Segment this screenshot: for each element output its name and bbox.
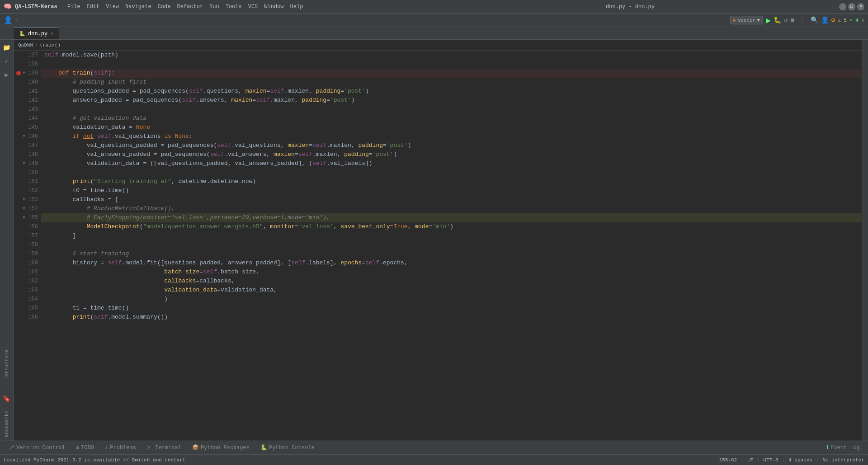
content-139: def train(self): — [41, 69, 862, 78]
menu-vcs[interactable]: VCS — [245, 3, 261, 11]
menu-run[interactable]: Run — [207, 3, 222, 11]
line-163: 163 validation_data=validation_data, — [14, 286, 862, 295]
gutter-161: 161 — [14, 268, 41, 277]
structure-tab[interactable]: Structure — [2, 346, 11, 380]
menu-refactor[interactable]: Refactor — [174, 3, 206, 11]
content-161: batch_size=self.batch_size, — [41, 268, 862, 277]
menu-navigate[interactable]: Navigate — [123, 3, 154, 11]
menu-tools[interactable]: Tools — [223, 3, 245, 11]
status-interpreter[interactable]: No interpreter — [823, 457, 864, 463]
content-149: validation_data = ([val_questions_padded… — [41, 159, 862, 168]
line-151: 151 print("Starting training at", dateti… — [14, 177, 862, 186]
gutter-157: 157 — [14, 231, 41, 240]
sidebar-project-icon[interactable]: 📁 — [1, 42, 13, 53]
titlebar: 🧠 QA-LSTM-Keras File Edit View Navigate … — [0, 0, 868, 14]
menu-view[interactable]: View — [103, 3, 122, 11]
gutter-159: 159 — [14, 249, 41, 258]
gutter-152: 152 — [14, 186, 41, 195]
content-150 — [41, 168, 862, 177]
stop-button[interactable]: ■ — [790, 17, 794, 24]
menu-help[interactable]: Help — [288, 3, 306, 11]
event-log-label: Event Log — [830, 445, 860, 451]
breadcrumb-class: QaDNN — [18, 42, 33, 48]
gutter-144: 144 — [14, 114, 41, 123]
breakpoint-139[interactable] — [16, 71, 21, 75]
gutter-149: ▼ 149 — [14, 159, 41, 168]
tab-file-icon: 🐍 — [19, 31, 25, 37]
event-log-tab[interactable]: ℹ Event Log — [822, 442, 864, 453]
line-158: 158 — [14, 240, 862, 249]
content-151: print("Starting training at", datetime.d… — [41, 177, 862, 186]
fold-146[interactable]: ▼ — [23, 132, 25, 141]
gutter-165: 165 — [14, 304, 41, 313]
line-150: 150 — [14, 168, 862, 177]
fold-154[interactable]: ▼ — [23, 204, 25, 213]
bookmarks-tab[interactable]: Bookmarks — [2, 407, 11, 441]
line-161: 161 batch_size=self.batch_size, — [14, 268, 862, 277]
fold-153[interactable]: ▼ — [23, 195, 25, 204]
tab-close-button[interactable]: × — [50, 31, 53, 37]
python-packages-tab[interactable]: 📦 Python Packages — [188, 442, 254, 453]
config-icon: ▶ — [733, 17, 736, 23]
sidebar-run-icon[interactable]: ▶ — [1, 69, 13, 80]
content-163: validation_data=validation_data, — [41, 286, 862, 295]
status-lf[interactable]: LF — [747, 457, 753, 463]
gutter-160: 160 — [14, 258, 41, 268]
gutter-158: 158 — [14, 240, 41, 249]
content-144: # get validation data — [41, 114, 862, 123]
sidebar-bookmark-icon[interactable]: 🔖 — [1, 393, 13, 405]
line-157: 157 ] — [14, 231, 862, 240]
left-sidebar: 📁 ✓ ▶ Structure 🔖 Bookmarks — [0, 40, 14, 441]
python-console-tab[interactable]: 🐍 Python Console — [256, 442, 319, 453]
debug-button[interactable]: 🐛 — [774, 16, 781, 24]
content-152: t0 = time.time() — [41, 186, 862, 195]
content-165: t1 = time.time() — [41, 304, 862, 313]
content-162: callbacks=callbacks, — [41, 277, 862, 286]
problems-label: Problems — [110, 445, 136, 451]
terminal-tab[interactable]: >_ Terminal — [142, 443, 186, 453]
gutter-141: 141 — [14, 87, 41, 96]
content-146: if not self.val_questions is None: — [41, 132, 862, 141]
fold-155[interactable]: ▼ — [23, 213, 25, 222]
vector-config-button[interactable]: ▶ vector ▼ — [730, 16, 763, 24]
gutter-137: 137 — [14, 51, 41, 60]
line-145: 145 validation_data = None — [14, 123, 862, 132]
run-button[interactable]: ▶ — [766, 15, 771, 25]
status-charset[interactable]: UTF-8 — [764, 457, 778, 463]
fold-149[interactable]: ▼ — [23, 159, 25, 168]
problems-tab[interactable]: ⚠ Problems — [100, 442, 141, 453]
settings-icon[interactable]: ⚙ — [831, 16, 835, 24]
status-message[interactable]: Localized PyCharm 2021.3.2 is available … — [4, 457, 186, 463]
menu-code[interactable]: Code — [155, 3, 174, 11]
fold-139[interactable]: ▼ — [23, 69, 25, 78]
gutter-155: ▼ 155 — [14, 213, 41, 222]
app-icon: 🧠 — [4, 3, 11, 10]
reload-button[interactable]: ↺ — [784, 16, 788, 24]
bottom-panel: ⎇ Version Control ≡ TODO ⚠ Problems >_ T… — [0, 441, 868, 454]
line-143: 143 — [14, 105, 862, 114]
close-button[interactable]: × — [857, 3, 864, 10]
menu-edit[interactable]: Edit — [84, 3, 102, 11]
content-138 — [41, 60, 862, 69]
breadcrumb-sep: › — [35, 42, 38, 48]
minimize-button[interactable]: − — [839, 3, 846, 10]
sidebar-commit-icon[interactable]: ✓ — [1, 55, 13, 67]
menu-file[interactable]: File — [65, 3, 83, 11]
version-control-tab[interactable]: ⎇ Version Control — [4, 442, 70, 453]
status-indent[interactable]: 4 spaces — [788, 457, 812, 463]
gutter-142: 142 — [14, 96, 41, 105]
todo-tab[interactable]: ≡ TODO — [71, 443, 99, 453]
line-153: ▼ 153 callbacks = [ — [14, 195, 862, 204]
code-editor[interactable]: 137 self.model.save(path) 138 ▼ 139 def … — [14, 51, 862, 441]
maximize-button[interactable]: □ — [848, 3, 855, 10]
content-157: ] — [41, 231, 862, 240]
profile-icon[interactable]: 👤 — [4, 16, 13, 25]
gutter-147: 147 — [14, 141, 41, 150]
menu-window[interactable]: Window — [261, 3, 286, 11]
search-icon[interactable]: 🔍 — [811, 16, 818, 24]
user-icon[interactable]: 👤 — [821, 16, 829, 24]
expand-icon[interactable]: ∧ — [861, 17, 864, 23]
toolbar-sep2: | — [801, 17, 804, 23]
tab-dnn-py[interactable]: 🐍 dnn.py × — [14, 28, 59, 39]
window-controls: − □ × — [839, 3, 864, 10]
